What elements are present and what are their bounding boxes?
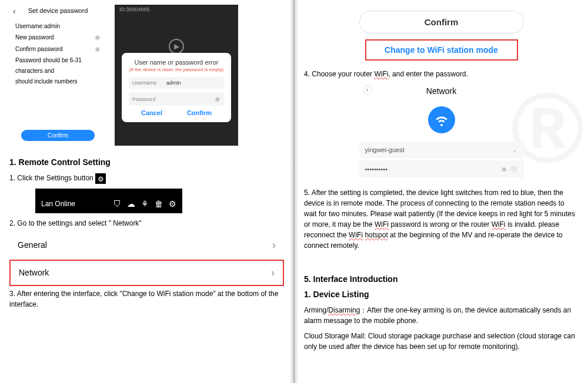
step-4: 4. Choose your router WiFi, and enter th… xyxy=(304,69,579,79)
connection-status: Lan Online xyxy=(41,200,75,208)
phone1-title: Set device password xyxy=(28,7,88,14)
menu-general[interactable]: General › xyxy=(9,233,284,257)
right-page: ® Confirm Change to WiFi station mode 4.… xyxy=(295,0,588,383)
ssid-field[interactable]: yingwei-guest ⌄ xyxy=(359,142,524,158)
dialog-title: User name or password error xyxy=(129,59,224,66)
gear-icon[interactable]: ⚙ xyxy=(95,173,106,184)
error-dialog: User name or password error (If the devi… xyxy=(122,53,231,122)
clear-icon[interactable]: ⓧ xyxy=(511,166,518,172)
device-id: ID:35604985 xyxy=(115,5,238,14)
page-spine xyxy=(290,0,298,383)
eye-icon[interactable]: ◉ xyxy=(95,32,101,43)
network-title: Network xyxy=(426,86,456,96)
phone-set-password: ‹ Set device password Username:admin New… xyxy=(9,5,106,142)
eye-icon[interactable]: ◉ xyxy=(95,43,101,55)
play-icon[interactable]: ▶ xyxy=(169,39,184,54)
cancel-button[interactable]: Cancel xyxy=(141,109,162,116)
section-device-listing: 1. Device Listing xyxy=(304,290,579,299)
phone-login-error: ID:35604985 ▶ User name or password erro… xyxy=(115,5,238,146)
device-toolbar: Lan Online ⛉ ☁ ⚘ 🗑 ⚙ ☚ xyxy=(35,189,182,213)
pointer-arrow-icon: ☚ xyxy=(187,193,205,215)
chevron-down-icon[interactable]: ⌄ xyxy=(512,147,518,153)
p1-line2: New password xyxy=(15,32,54,43)
gear-icon[interactable]: ⚙ xyxy=(169,199,176,209)
step-3: 3. After entering the interface, click "… xyxy=(9,288,284,310)
shield-icon[interactable]: ⛉ xyxy=(113,199,121,209)
confirm-button[interactable]: Confirm xyxy=(187,109,212,116)
cloud-icon[interactable]: ☁ xyxy=(127,199,135,209)
dialog-subtitle: (If the device is reset, the password is… xyxy=(129,67,224,72)
password-field[interactable]: Password ◉ xyxy=(129,92,224,106)
p1-line1: Username:admin xyxy=(15,21,60,32)
confirm-button[interactable]: Confirm xyxy=(359,11,524,33)
eye-icon[interactable]: ◉ xyxy=(502,166,508,172)
chevron-right-icon: › xyxy=(272,239,276,251)
p1-line3: Confirm password xyxy=(15,44,63,55)
network-panel: ‹ Network yingwei-guest ⌄ •••••••••• ◉ ⓧ xyxy=(359,84,524,178)
left-page: ‹ Set device password Username:admin New… xyxy=(0,0,295,383)
chevron-right-icon: › xyxy=(271,267,275,279)
username-field[interactable]: Username admin xyxy=(129,77,224,89)
step-2: 2. Go to the settings and select " Netwo… xyxy=(9,218,284,229)
trash-icon[interactable]: 🗑 xyxy=(155,199,163,209)
back-icon[interactable]: ‹ xyxy=(13,6,16,16)
eye-icon[interactable]: ◉ xyxy=(215,95,220,103)
share-icon[interactable]: ⚘ xyxy=(141,199,149,209)
wifi-icon xyxy=(428,106,455,133)
section-remote-control: 1. Remote Control Setting xyxy=(9,157,284,167)
step-1: 1. Click the Settings button ⚙ xyxy=(9,173,284,184)
wifi-password-field[interactable]: •••••••••• ◉ ⓧ xyxy=(359,160,524,178)
section-interface-intro: 5. Interface Introduction xyxy=(304,274,579,284)
cloud-text: Cloud Storage Mall: Cloud storage packag… xyxy=(304,331,579,352)
back-icon[interactable]: ‹ xyxy=(363,85,372,95)
step-5: 5. After the setting is completed, the d… xyxy=(304,187,579,251)
arming-text: Arming/Disarming：After the one-key armin… xyxy=(304,305,579,326)
p1-line4: Password should be 6-31 characters and xyxy=(15,55,101,76)
menu-network[interactable]: Network › xyxy=(9,260,284,286)
confirm-button[interactable]: Confirm xyxy=(21,130,95,141)
p1-line5: should include numbers xyxy=(15,76,78,87)
change-wifi-mode-button[interactable]: Change to WiFi station mode xyxy=(365,39,518,61)
